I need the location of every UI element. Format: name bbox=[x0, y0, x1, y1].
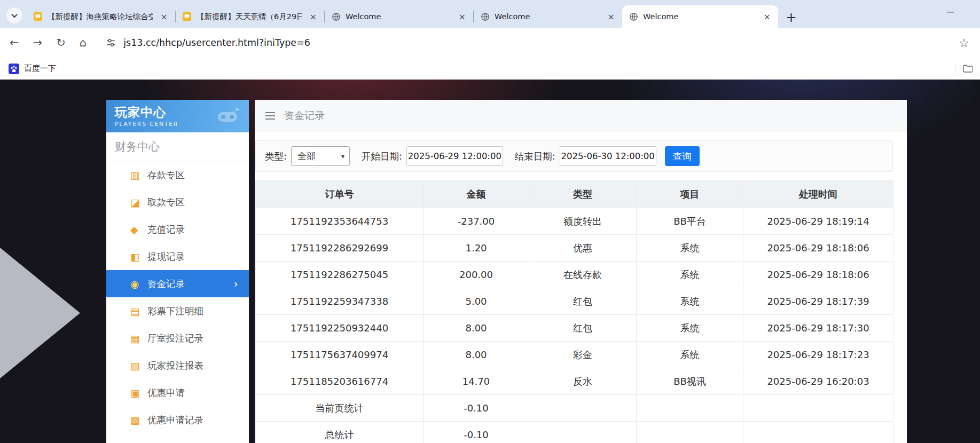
table-cell: 1751185203616774 bbox=[256, 368, 424, 395]
table-row: 当前页统计-0.10 bbox=[256, 395, 893, 422]
funds-record-icon: ◉ bbox=[130, 278, 147, 290]
player-center-sidebar: 玩家中心 PLAYERS CENTER 财务中心 ▥存款专区◪取款专区◆充值记录… bbox=[106, 100, 249, 443]
table-cell: 1751175637409974 bbox=[256, 342, 424, 368]
table-cell bbox=[529, 422, 637, 443]
tab-search-button[interactable] bbox=[6, 7, 22, 23]
tab-close-icon[interactable]: × bbox=[307, 11, 320, 22]
lottery-bet-detail-icon: ▤ bbox=[130, 305, 147, 317]
sidebar-header: 玩家中心 PLAYERS CENTER bbox=[106, 100, 249, 132]
table-cell: 彩金 bbox=[529, 342, 637, 368]
recharge-record-icon: ◆ bbox=[130, 224, 147, 235]
table-cell: 总统计 bbox=[256, 422, 424, 443]
sidebar-item-label: 资金记录 bbox=[147, 278, 185, 290]
table-cell: 2025-06-29 18:18:06 bbox=[743, 235, 893, 262]
tab-close-icon[interactable]: × bbox=[158, 11, 171, 22]
promo-apply-record-icon: ▩ bbox=[130, 414, 147, 426]
tab-close-icon[interactable]: × bbox=[761, 11, 774, 22]
browser-tab[interactable]: Welcome× bbox=[622, 5, 778, 28]
table-row: 17511922862926991.20优惠系统2025-06-29 18:18… bbox=[256, 235, 893, 262]
table-cell: 系统 bbox=[637, 235, 743, 262]
baidu-icon bbox=[9, 64, 19, 74]
sidebar-item-label: 彩票下注明细 bbox=[147, 305, 203, 318]
sidebar-item-label: 优惠申请 bbox=[147, 386, 185, 399]
doc-yellow-icon bbox=[34, 12, 43, 21]
sidebar-item-recharge-record[interactable]: ◆充值记录 bbox=[106, 216, 249, 243]
table-cell: 额度转出 bbox=[529, 208, 637, 235]
sidebar-item-withdraw[interactable]: ◪取款专区 bbox=[106, 188, 249, 216]
table-cell: 2025-06-29 18:19:14 bbox=[743, 208, 893, 235]
table-row: 1751192353644753-237.00额度转出BB平台2025-06-2… bbox=[256, 208, 893, 235]
sidebar-item-label: 玩家投注报表 bbox=[147, 359, 203, 372]
forward-button[interactable]: → bbox=[33, 37, 43, 49]
tab-close-icon[interactable]: × bbox=[456, 11, 469, 22]
table-cell bbox=[743, 395, 893, 422]
site-settings-icon[interactable] bbox=[106, 38, 116, 48]
new-tab-button[interactable]: + bbox=[786, 11, 797, 24]
table-cell: 优惠 bbox=[529, 235, 637, 262]
bookmark-baidu[interactable]: 百度一下 bbox=[9, 64, 56, 74]
browser-tab[interactable]: Welcome× bbox=[325, 5, 473, 28]
tab-close-icon[interactable]: × bbox=[605, 11, 618, 22]
search-button[interactable]: 查询 bbox=[665, 146, 700, 166]
url-text[interactable]: js13.cc/hhcp/usercenter.html?iniType=6 bbox=[123, 37, 310, 48]
table-cell: -0.10 bbox=[424, 422, 529, 443]
web-page: 玩家中心 PLAYERS CENTER 财务中心 ▥存款专区◪取款专区◆充值记录… bbox=[0, 80, 980, 443]
sidebar-section-title: 财务中心 bbox=[106, 132, 249, 161]
browser-tab[interactable]: 【新提醒】天天竞猜（6月29日× bbox=[176, 5, 324, 28]
tab-title: 【新提醒】海燕策略论坛综合交 bbox=[48, 12, 153, 22]
sidebar-item-deposit[interactable]: ▥存款专区 bbox=[106, 161, 249, 188]
sidebar-item-lottery-bet-detail[interactable]: ▤彩票下注明细 bbox=[106, 297, 249, 325]
reload-button[interactable]: ↻ bbox=[56, 37, 66, 49]
sidebar-item-cashout-record[interactable]: ◧提现记录 bbox=[106, 243, 249, 270]
table-header-cell: 项目 bbox=[637, 181, 743, 208]
browser-tab[interactable]: 【新提醒】海燕策略论坛综合交× bbox=[27, 5, 175, 28]
tab-strip: 【新提醒】海燕策略论坛综合交×【新提醒】天天竞猜（6月29日×Welcome×W… bbox=[0, 0, 980, 28]
table-cell: 红包 bbox=[529, 315, 637, 342]
table-header-cell: 金额 bbox=[424, 181, 529, 208]
table-cell: BB平台 bbox=[637, 208, 743, 235]
table-cell: -237.00 bbox=[424, 208, 529, 235]
back-button[interactable]: ← bbox=[10, 37, 19, 49]
sidebar-item-label: 充值记录 bbox=[147, 223, 185, 236]
table-row: 17511922593473385.00红包系统2025-06-29 18:17… bbox=[256, 288, 893, 315]
tab-title: Welcome bbox=[643, 12, 756, 21]
table-cell: 200.00 bbox=[424, 262, 529, 288]
end-date-label: 结束日期: bbox=[515, 150, 555, 163]
type-select[interactable]: 全部 ▾ bbox=[291, 146, 350, 166]
bookmark-star-icon[interactable]: ☆ bbox=[959, 36, 969, 50]
sidebar-item-promo-apply-record[interactable]: ▩优惠申请记录 bbox=[106, 406, 249, 433]
globe-icon bbox=[629, 12, 638, 21]
table-row: 175118520361677414.70反水BB视讯2025-06-29 16… bbox=[256, 368, 893, 395]
tab-title: Welcome bbox=[495, 12, 600, 21]
minimize-button[interactable]: — bbox=[946, 7, 954, 17]
cashout-record-icon: ◧ bbox=[130, 251, 147, 263]
hamburger-icon[interactable] bbox=[265, 112, 276, 120]
table-cell: 系统 bbox=[637, 342, 743, 368]
table-cell: 2025-06-29 18:17:30 bbox=[743, 315, 893, 342]
table-cell bbox=[637, 395, 743, 422]
sidebar-item-funds-record[interactable]: ◉资金记录› bbox=[106, 270, 249, 297]
funds-table: 订单号金额类型项目处理时间 1751192353644753-237.00额度转… bbox=[255, 180, 893, 443]
tab-title: 【新提醒】天天竞猜（6月29日 bbox=[197, 12, 302, 22]
sidebar-item-label: 取款专区 bbox=[147, 196, 185, 209]
table-cell: -0.10 bbox=[424, 395, 529, 422]
table-cell bbox=[529, 395, 637, 422]
bookmarks-separator bbox=[955, 64, 955, 74]
table-cell: 14.70 bbox=[424, 368, 529, 395]
sidebar-item-hall-bet-record[interactable]: ▦厅室投注记录 bbox=[106, 325, 249, 352]
home-button[interactable]: ⌂ bbox=[80, 37, 87, 49]
sidebar-item-label: 提现记录 bbox=[147, 250, 185, 263]
browser-tab[interactable]: Welcome× bbox=[474, 5, 622, 28]
browser-toolbar: ← → ↻ ⌂ js13.cc/hhcp/usercenter.html?ini… bbox=[0, 28, 980, 58]
start-date-input[interactable] bbox=[406, 146, 503, 166]
promo-apply-icon: ▣ bbox=[130, 387, 147, 399]
table-cell: 系统 bbox=[637, 315, 743, 342]
sidebar-item-promo-apply[interactable]: ▣优惠申请 bbox=[106, 379, 249, 406]
end-date-input[interactable] bbox=[560, 146, 656, 166]
other-bookmarks-folder-icon[interactable] bbox=[963, 65, 973, 73]
table-row: 1751192286275045200.00在线存款系统2025-06-29 1… bbox=[256, 262, 893, 288]
chevron-right-icon: › bbox=[234, 278, 238, 290]
sidebar-item-player-bet-report[interactable]: ▧玩家投注报表 bbox=[106, 352, 249, 379]
table-cell: 系统 bbox=[637, 288, 743, 315]
table-row: 总统计-0.10 bbox=[256, 422, 893, 443]
